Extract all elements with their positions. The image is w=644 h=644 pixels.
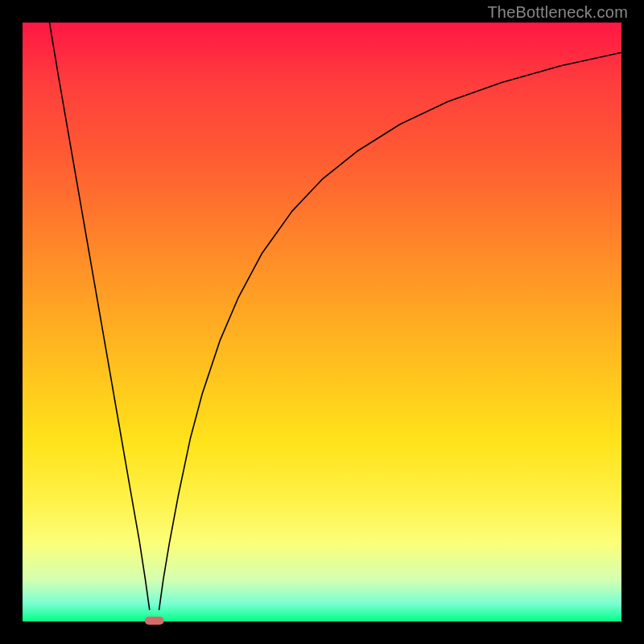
chart-svg (23, 23, 621, 621)
watermark-text: TheBottleneck.com (487, 3, 628, 22)
minimum-marker (145, 617, 164, 625)
curve-right-arm (159, 52, 621, 609)
chart-frame: TheBottleneck.com (0, 0, 644, 644)
curve-left-arm (49, 23, 149, 609)
plot-area (23, 23, 621, 621)
